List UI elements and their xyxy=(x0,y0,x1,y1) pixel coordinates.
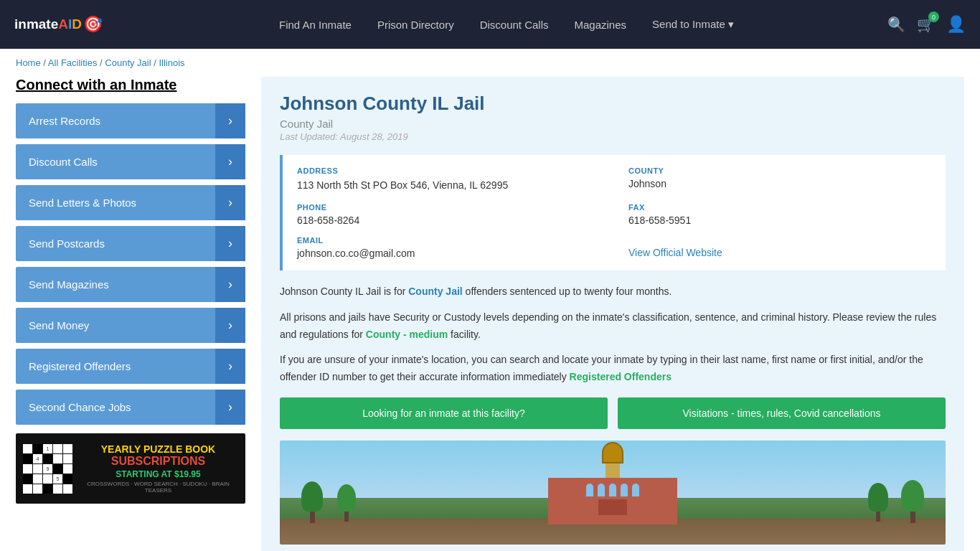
website-link[interactable]: View Official Website xyxy=(628,247,722,258)
ad-title-line2: SUBSCRIPTIONS xyxy=(78,455,238,468)
email-label: EMAIL xyxy=(297,236,600,245)
sidebar-item-label: Send Postcards xyxy=(16,226,215,261)
phone-field: PHONE 618-658-8264 xyxy=(297,203,600,226)
find-inmate-button[interactable]: Looking for an inmate at this facility? xyxy=(280,397,608,429)
facility-card: Johnson County IL Jail County Jail Last … xyxy=(261,77,964,551)
phone-value: 618-658-8264 xyxy=(297,215,600,226)
ad-title-line1: YEARLY PUZZLE BOOK xyxy=(78,443,238,455)
sidebar-item-label: Send Magazines xyxy=(16,267,215,302)
nav-prison-directory[interactable]: Prison Directory xyxy=(377,19,454,31)
breadcrumb: Home / All Facilities / County Jail / Il… xyxy=(0,49,980,77)
tree-left-1 xyxy=(301,481,323,523)
cart-badge: 0 xyxy=(928,11,939,22)
dome xyxy=(602,442,623,463)
address-field: ADDRESS 113 North 5th St PO Box 546, Vie… xyxy=(297,166,600,193)
sidebar-arrow-icon: › xyxy=(215,308,245,343)
ad-price: STARTING AT $19.95 xyxy=(78,469,238,479)
county-value: Johnson xyxy=(628,178,931,189)
county-label: COUNTY xyxy=(628,166,931,175)
sidebar-item-label: Discount Calls xyxy=(16,144,215,179)
visitation-button[interactable]: Visitations - times, rules, Covid cancel… xyxy=(618,397,946,429)
sidebar-arrow-icon: › xyxy=(215,185,245,220)
sidebar-item-label: Send Letters & Photos xyxy=(16,185,215,220)
sidebar-item-label: Send Money xyxy=(16,308,215,343)
breadcrumb-home[interactable]: Home xyxy=(16,57,41,68)
sidebar-title: Connect with an Inmate xyxy=(16,77,245,93)
sidebar-item-send-letters[interactable]: Send Letters & Photos › xyxy=(16,185,245,220)
address-label: ADDRESS xyxy=(297,166,600,175)
sidebar-item-label: Arrest Records xyxy=(16,103,215,138)
tree-right-2 xyxy=(901,480,924,523)
facility-name: Johnson County IL Jail xyxy=(280,93,946,115)
sidebar-item-second-chance-jobs[interactable]: Second Chance Jobs › xyxy=(16,390,245,425)
tree-left-2 xyxy=(337,484,356,522)
county-jail-link[interactable]: County Jail xyxy=(408,286,462,297)
sidebar-item-label: Second Chance Jobs xyxy=(16,390,215,425)
logo[interactable]: inmate A I D 🎯 xyxy=(14,15,126,34)
tree-right-1 xyxy=(868,483,888,522)
county-field: COUNTY Johnson xyxy=(628,166,931,193)
email-field: EMAIL johnson.co.co@gmail.com xyxy=(297,236,600,259)
facility-updated: Last Updated: August 28, 2019 xyxy=(280,131,946,142)
user-icon[interactable]: 👤 xyxy=(946,15,966,34)
nav-discount-calls[interactable]: Discount Calls xyxy=(480,19,549,31)
facility-desc-2: All prisons and jails have Security or C… xyxy=(280,309,946,344)
sidebar-item-label: Registered Offenders xyxy=(16,349,215,384)
facility-info-table: ADDRESS 113 North 5th St PO Box 546, Vie… xyxy=(280,155,946,270)
action-buttons: Looking for an inmate at this facility? … xyxy=(280,397,946,429)
sidebar-arrow-icon: › xyxy=(215,226,245,261)
sidebar: Connect with an Inmate Arrest Records › … xyxy=(16,77,245,551)
main-nav: Find An Inmate Prison Directory Discount… xyxy=(140,18,873,31)
nav-find-inmate[interactable]: Find An Inmate xyxy=(279,19,352,31)
sidebar-item-arrest-records[interactable]: Arrest Records › xyxy=(16,103,245,138)
sidebar-arrow-icon: › xyxy=(215,267,245,302)
sidebar-arrow-icon: › xyxy=(215,144,245,179)
address-value: 113 North 5th St PO Box 546, Vienna, IL … xyxy=(297,178,600,193)
puzzle-grid-visual: 1 4 9 5 xyxy=(23,444,72,494)
site-header: inmate A I D 🎯 Find An Inmate Prison Dir… xyxy=(0,0,980,49)
phone-label: PHONE xyxy=(297,203,600,212)
facility-type: County Jail xyxy=(280,118,946,130)
tower-shaft xyxy=(606,463,620,478)
fax-label: FAX xyxy=(628,203,931,212)
breadcrumb-illinois[interactable]: Illinois xyxy=(159,57,184,68)
sidebar-item-discount-calls[interactable]: Discount Calls › xyxy=(16,144,245,179)
facility-desc-1: Johnson County IL Jail is for County Jai… xyxy=(280,283,946,301)
search-icon[interactable]: 🔍 xyxy=(887,16,905,33)
email-value: johnson.co.co@gmail.com xyxy=(297,248,600,259)
fax-field: FAX 618-658-5951 xyxy=(628,203,931,226)
website-field: View Official Website xyxy=(628,236,931,259)
fax-value: 618-658-5951 xyxy=(628,215,931,226)
website-label-spacer xyxy=(628,236,931,247)
sidebar-item-send-money[interactable]: Send Money › xyxy=(16,308,245,343)
courthouse-building xyxy=(534,442,692,524)
nav-send-to-inmate[interactable]: Send to Inmate ▾ xyxy=(652,18,734,31)
nav-magazines[interactable]: Magazines xyxy=(575,19,627,31)
ad-banner[interactable]: 1 4 9 5 xyxy=(16,433,245,504)
sidebar-arrow-icon: › xyxy=(215,103,245,138)
facility-image xyxy=(280,441,946,545)
sidebar-item-send-postcards[interactable]: Send Postcards › xyxy=(16,226,245,261)
cart-icon-container[interactable]: 🛒 0 xyxy=(917,16,935,33)
registered-offenders-link[interactable]: Registered Offenders xyxy=(570,371,672,382)
facility-desc-3: If you are unsure of your inmate's locat… xyxy=(280,352,946,386)
breadcrumb-county-jail[interactable]: County Jail xyxy=(105,57,151,68)
ad-details: CROSSWORDS · WORD SEARCH · SUDOKU · BRAI… xyxy=(78,481,238,494)
sidebar-item-registered-offenders[interactable]: Registered Offenders › xyxy=(16,349,245,384)
sidebar-arrow-icon: › xyxy=(215,390,245,425)
ad-text: YEARLY PUZZLE BOOK SUBSCRIPTIONS STARTIN… xyxy=(78,443,238,494)
header-actions: 🔍 🛒 0 👤 xyxy=(887,15,966,34)
sidebar-arrow-icon: › xyxy=(215,349,245,384)
main-layout: Connect with an Inmate Arrest Records › … xyxy=(0,77,980,551)
main-building xyxy=(548,478,677,524)
county-medium-link[interactable]: County - medium xyxy=(366,329,448,340)
breadcrumb-all-facilities[interactable]: All Facilities xyxy=(48,57,98,68)
sidebar-item-send-magazines[interactable]: Send Magazines › xyxy=(16,267,245,302)
